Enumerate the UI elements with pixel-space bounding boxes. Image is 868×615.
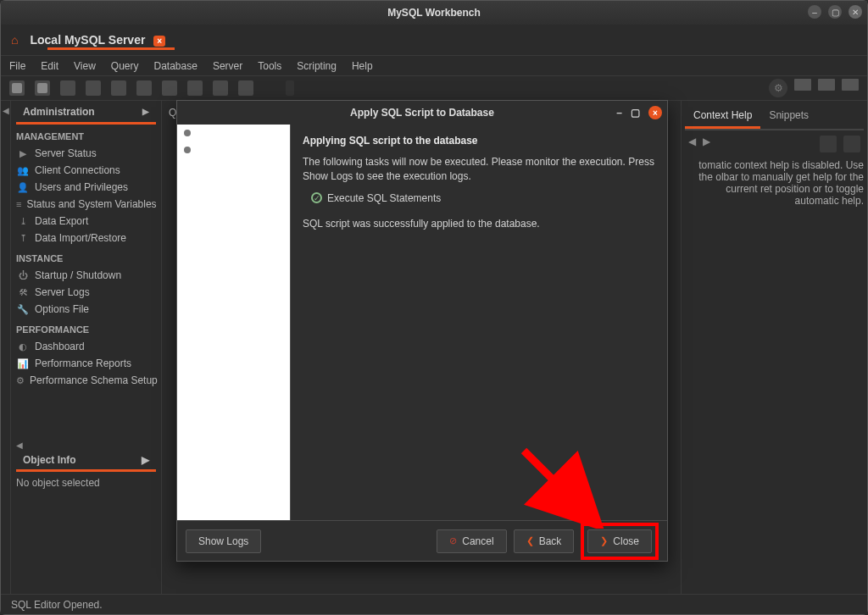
nav-performance-schema-setup[interactable]: ⚙Performance Schema Setup (11, 372, 161, 389)
menu-view[interactable]: View (74, 60, 96, 72)
dashboard-icon: ◐ (16, 340, 30, 353)
menu-database[interactable]: Database (154, 60, 198, 72)
cancel-icon: ⊘ (449, 535, 457, 546)
maximize-button[interactable]: ▢ (828, 5, 842, 19)
menu-file[interactable]: File (9, 60, 25, 72)
perf-reports-icon: 📊 (16, 357, 30, 370)
toolbar-icon-4[interactable] (86, 80, 101, 96)
menu-scripting[interactable]: Scripting (297, 60, 337, 72)
connection-tab-bar: ⌂ Local MySQL Server × (1, 25, 867, 55)
toolbar-icon-3[interactable] (60, 80, 75, 96)
options-icon: 🔧 (16, 302, 30, 316)
toolbar-icon-6[interactable] (136, 80, 152, 96)
chevron-left-icon: ❮ (526, 535, 534, 546)
object-info-label: Object Info (23, 454, 76, 466)
nav-data-import[interactable]: ⤒Data Import/Restore (11, 230, 161, 247)
logs-icon: 🛠 (16, 285, 30, 299)
toolbar-icon-5[interactable] (111, 80, 126, 96)
toolbar-icon-10[interactable] (238, 80, 253, 96)
dialog-main: Applying SQL script to the database The … (291, 125, 667, 520)
dialog-instruction: The following tasks will now be executed… (303, 155, 655, 184)
chevron-right-icon: ▶ (142, 454, 149, 466)
show-logs-button[interactable]: Show Logs (186, 529, 261, 553)
window-close-button[interactable]: ✕ (849, 5, 862, 19)
connection-tab-label: Local MySQL Server (30, 33, 145, 47)
cancel-button[interactable]: ⊘Cancel (437, 529, 506, 553)
dialog-step-1 (177, 125, 290, 141)
dialog-step-list (177, 125, 291, 520)
toolbar-icon-7[interactable] (162, 80, 177, 96)
dialog-maximize-button[interactable]: ▢ (631, 107, 640, 119)
section-performance-label: PERFORMANCE (11, 318, 161, 338)
sidebar-tab-administration[interactable]: Administration ▶ (16, 101, 156, 125)
dialog-close-x-button[interactable]: × (648, 106, 662, 119)
nav-startup-shutdown[interactable]: ⏻Startup / Shutdown (11, 267, 161, 284)
sidebar-collapse-left[interactable]: ◀ (1, 101, 11, 594)
chevron-right-icon: ❯ (600, 535, 608, 546)
rp-toolbar-icon-1[interactable] (820, 136, 837, 152)
connection-tab-close-icon[interactable]: × (153, 36, 165, 47)
menu-tools[interactable]: Tools (258, 60, 281, 72)
right-panel: Context Help Snippets ◀ ▶ tomatic contex… (681, 101, 867, 594)
new-sql-tab-icon[interactable] (9, 80, 25, 96)
app-title: MySQL Workbench (387, 7, 481, 19)
rp-nav-left-icon[interactable]: ◀ (688, 136, 696, 152)
apply-sql-dialog: Apply SQL Script to Database – ▢ × Apply… (176, 100, 668, 562)
menu-help[interactable]: Help (352, 60, 373, 72)
startup-icon: ⏻ (16, 269, 30, 282)
section-management-label: MANAGEMENT (11, 125, 161, 145)
toggle-bottom-pane-icon[interactable] (818, 79, 835, 91)
tab-snippets[interactable]: Snippets (760, 104, 817, 129)
toolbar-icon-8[interactable] (187, 80, 203, 96)
data-export-icon: ⤓ (16, 214, 30, 228)
status-vars-icon: ≡ (16, 197, 21, 211)
rp-toolbar-icon-2[interactable] (843, 136, 860, 152)
statusbar: SQL Editor Opened. (1, 594, 867, 614)
toolbar-icon-11[interactable] (286, 80, 294, 96)
server-status-icon: ▶ (16, 147, 30, 160)
dialog-title: Apply SQL Script to Database (350, 107, 494, 119)
chevron-right-icon: ▶ (142, 107, 149, 116)
connection-tab-underline (47, 47, 175, 50)
sidebar-tab-label: Administration (23, 106, 95, 118)
data-import-icon: ⤒ (16, 231, 30, 245)
object-info-header[interactable]: Object Info ▶ (16, 450, 156, 472)
nav-performance-reports[interactable]: 📊Performance Reports (11, 355, 161, 372)
nav-status-variables[interactable]: ≡Status and System Variables (11, 196, 161, 213)
dialog-task-1: ✓ Execute SQL Statements (311, 192, 655, 204)
nav-client-connections[interactable]: 👥Client Connections (11, 162, 161, 179)
menu-edit[interactable]: Edit (41, 60, 58, 72)
nav-data-export[interactable]: ⤓Data Export (11, 213, 161, 230)
back-button[interactable]: ❮Back (514, 529, 575, 553)
settings-icon[interactable]: ⚙ (769, 79, 787, 97)
statusbar-text: SQL Editor Opened. (11, 599, 103, 611)
toolbar: ⚙ (1, 75, 867, 101)
nav-server-status[interactable]: ▶Server Status (11, 145, 161, 162)
nav-users-privileges[interactable]: 👤Users and Privileges (11, 179, 161, 196)
dialog-minimize-button[interactable]: – (616, 107, 622, 119)
home-icon[interactable]: ⌂ (11, 33, 18, 47)
sidebar: Administration ▶ MANAGEMENT ▶Server Stat… (11, 101, 162, 594)
menu-server[interactable]: Server (213, 60, 242, 72)
nav-dashboard[interactable]: ◐Dashboard (11, 338, 161, 355)
users-icon: 👤 (16, 180, 30, 194)
dialog-result: SQL script was successfully applied to t… (303, 218, 655, 230)
perf-schema-icon: ⚙ (16, 374, 25, 387)
section-instance-label: INSTANCE (11, 247, 161, 267)
object-info-message: No object selected (11, 474, 161, 492)
toolbar-icon-9[interactable] (213, 80, 228, 96)
nav-server-logs[interactable]: 🛠Server Logs (11, 284, 161, 301)
close-button[interactable]: ❯Close (587, 529, 652, 553)
minimize-button[interactable]: – (808, 5, 821, 19)
context-help-body: tomatic context help is disabled. Use th… (685, 158, 864, 207)
clients-icon: 👥 (16, 163, 30, 177)
open-sql-file-icon[interactable] (35, 80, 50, 96)
menu-query[interactable]: Query (111, 60, 139, 72)
dialog-heading: Applying SQL script to the database (303, 135, 655, 147)
toggle-left-pane-icon[interactable] (794, 79, 811, 91)
nav-options-file[interactable]: 🔧Options File (11, 301, 161, 318)
tab-context-help[interactable]: Context Help (685, 104, 760, 129)
dialog-step-2 (177, 141, 290, 158)
toggle-right-pane-icon[interactable] (842, 79, 859, 91)
rp-nav-right-icon[interactable]: ▶ (703, 136, 710, 152)
